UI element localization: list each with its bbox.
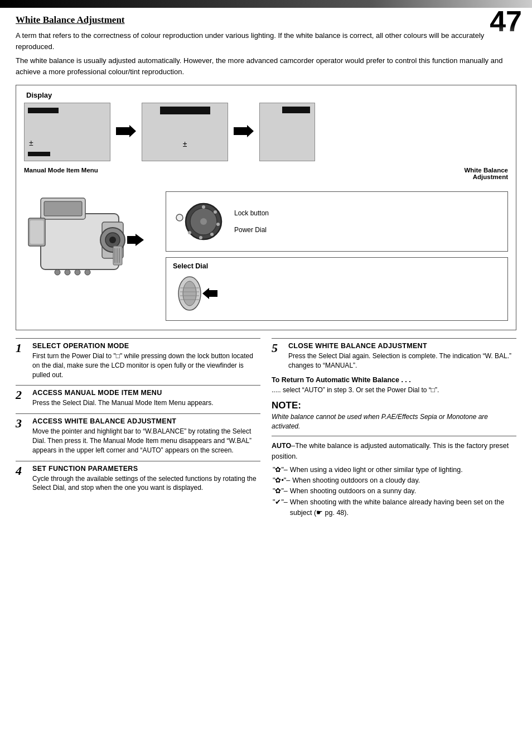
power-dial-label: Power Dial — [234, 226, 267, 234]
screen-label-left: Manual Mode Item Menu — [24, 167, 119, 174]
svg-point-28 — [188, 231, 191, 234]
step-1-text: First turn the Power Dial to "□" while p… — [32, 351, 260, 379]
svg-point-27 — [199, 236, 202, 239]
balance-text-2: When shooting outdoors on a cloudy day. — [292, 475, 420, 486]
step-3-heading: ACCESS WHITE BALANCE ADJUSTMENT — [32, 417, 260, 425]
screen-label-right: White Balance Adjustment — [430, 167, 508, 180]
svg-point-25 — [216, 223, 220, 226]
balance-symbol-4: "✔"– — [273, 497, 288, 508]
lock-button-label-line: Lock button — [234, 209, 269, 217]
steps-left: 1 SELECT OPERATION MODE First turn the P… — [16, 338, 260, 519]
svg-point-11 — [55, 269, 60, 275]
step-4-content: SET FUNCTION PARAMETERS Cycle through th… — [32, 465, 260, 493]
dial-diagrams: Lock button Power Dial Select Dial — [166, 186, 508, 321]
svg-point-20 — [176, 214, 183, 221]
svg-point-24 — [214, 210, 217, 214]
svg-marker-19 — [127, 234, 144, 246]
svg-point-6 — [109, 237, 116, 243]
page-title: White Balance Adjustment — [16, 15, 516, 26]
display-row: ± ± — [24, 103, 508, 161]
step-3-text: Move the pointer and highlight bar to “W… — [32, 427, 260, 455]
return-text: ..... select “AUTO” in step 3. Or set th… — [272, 386, 516, 395]
step-5-block: 5 CLOSE WHITE BALANCE ADJUSTMENT Press t… — [272, 338, 516, 370]
s2-top-bar — [160, 107, 210, 114]
balance-text-3: When shooting outdoors on a sunny day. — [290, 486, 416, 497]
screen-labels: Manual Mode Item Menu White Balance Adju… — [24, 167, 508, 180]
steps-right: 5 CLOSE WHITE BALANCE ADJUSTMENT Press t… — [272, 338, 516, 519]
camcorder-svg — [24, 186, 152, 292]
svg-point-13 — [75, 269, 80, 275]
diagram-box: Display ± ± — [16, 85, 516, 330]
s3-top-bar — [282, 107, 310, 113]
step-5-number: 5 — [272, 342, 284, 370]
auto-dash: –The white balance is adjusted automatic… — [272, 442, 509, 460]
power-dial-label-line: Power Dial — [234, 226, 269, 234]
camcorder-svg-area — [24, 186, 158, 293]
auto-text: AUTO–The white balance is adjusted autom… — [272, 441, 516, 463]
balance-item-4: "✔"– When shooting with the white balanc… — [273, 497, 516, 519]
step-4-number: 4 — [16, 465, 28, 493]
step-5-heading: CLOSE WHITE BALANCE ADJUSTMENT — [288, 342, 516, 350]
screen-1: ± — [24, 103, 110, 161]
step-2-content: ACCESS MANUAL MODE ITEM MENU Press the S… — [32, 389, 214, 408]
balance-symbol-2: "✿•"– — [273, 475, 290, 486]
balance-symbol-3: "✿"– — [273, 486, 288, 497]
svg-point-29 — [200, 218, 207, 225]
arrow-2 — [234, 125, 254, 139]
s1-plus: ± — [29, 138, 33, 147]
svg-rect-8 — [44, 201, 82, 216]
power-dial-svg — [173, 196, 223, 247]
step-2-number: 2 — [16, 389, 28, 408]
balance-symbol-1: "✿"– — [273, 465, 288, 475]
svg-marker-36 — [202, 288, 217, 299]
step-5-text: Press the Select Dial again. Selection i… — [288, 351, 516, 370]
svg-point-14 — [85, 269, 90, 275]
step-2-heading: ACCESS MANUAL MODE ITEM MENU — [32, 389, 214, 397]
cam-diagram-row: Lock button Power Dial Select Dial — [24, 186, 508, 321]
dial-labels: Lock button Power Dial — [234, 209, 269, 234]
return-heading: To Return To Automatic White Balance . .… — [272, 376, 516, 384]
display-label: Display — [26, 91, 508, 99]
s1-bottom-bar — [28, 152, 50, 156]
power-dial-box: Lock button Power Dial — [166, 191, 508, 252]
step-4-text: Cycle through the available settings of … — [32, 474, 260, 493]
screen-3 — [259, 103, 315, 161]
s1-top-bar — [28, 108, 59, 113]
intro-para-1: A term that refers to the correctness of… — [16, 30, 516, 52]
step-1-content: SELECT OPERATION MODE First turn the Pow… — [32, 342, 260, 379]
svg-point-31 — [183, 281, 196, 306]
step-3-content: ACCESS WHITE BALANCE ADJUSTMENT Move the… — [32, 417, 260, 455]
step-2-block: 2 ACCESS MANUAL MODE ITEM MENU Press the… — [16, 385, 260, 408]
balance-item-3: "✿"– When shooting outdoors on a sunny d… — [273, 486, 516, 497]
step-3-block: 3 ACCESS WHITE BALANCE ADJUSTMENT Move t… — [16, 413, 260, 455]
note-section: NOTE: White balance cannot be used when … — [272, 400, 516, 431]
select-dial-svg — [173, 272, 229, 314]
select-dial-box: Select Dial — [166, 257, 508, 321]
svg-rect-10 — [30, 220, 43, 244]
intro-para-2: The white balance is usually adjusted au… — [16, 55, 516, 77]
svg-point-12 — [65, 269, 70, 275]
step-1-heading: SELECT OPERATION MODE — [32, 342, 260, 350]
step-2-text: Press the Select Dial. The Manual Mode I… — [32, 398, 214, 408]
power-dial-content: Lock button Power Dial — [173, 196, 501, 247]
step-1-block: 1 SELECT OPERATION MODE First turn the P… — [16, 338, 260, 379]
arrow-1 — [116, 125, 136, 139]
balance-text-4: When shooting with the white balance alr… — [290, 497, 516, 519]
divider — [272, 436, 516, 436]
step-3-number: 3 — [16, 417, 28, 455]
lock-button-label: Lock button — [234, 209, 269, 217]
svg-marker-1 — [234, 125, 254, 137]
top-bar — [0, 0, 532, 8]
balance-item-1: "✿"– When using a video light or other s… — [273, 465, 516, 475]
note-text: White balance cannot be used when P.AE/E… — [272, 412, 516, 431]
svg-rect-15 — [113, 246, 122, 265]
page-number: 47 — [490, 4, 522, 38]
step-4-heading: SET FUNCTION PARAMETERS — [32, 465, 260, 473]
step-4-block: 4 SET FUNCTION PARAMETERS Cycle through … — [16, 461, 260, 493]
balance-items: "✿"– When using a video light or other s… — [272, 465, 516, 519]
balance-text-1: When using a video light or other simila… — [290, 465, 463, 475]
svg-point-23 — [202, 205, 205, 209]
step-5-content: CLOSE WHITE BALANCE ADJUSTMENT Press the… — [288, 342, 516, 370]
steps-area: 1 SELECT OPERATION MODE First turn the P… — [16, 338, 516, 519]
step-1-number: 1 — [16, 342, 28, 379]
